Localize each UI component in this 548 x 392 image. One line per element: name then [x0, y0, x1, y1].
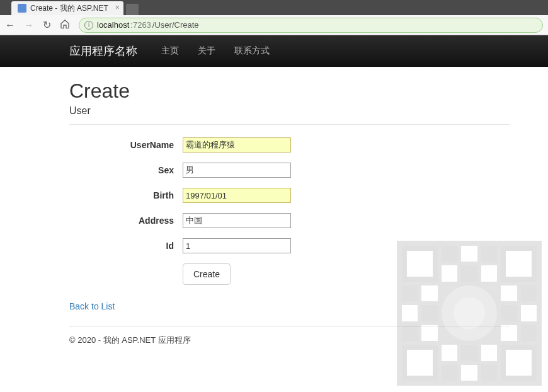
row-sex: Sex	[69, 163, 510, 178]
tab-favicon-icon	[18, 4, 26, 13]
tab-bar: Create - 我的 ASP.NET ×	[0, 0, 548, 15]
app-navbar: 应用程序名称 主页 关于 联系方式	[0, 35, 548, 67]
input-birth[interactable]	[183, 188, 291, 203]
label-username: UserName	[69, 140, 183, 150]
tab-spacer	[0, 0, 11, 15]
address-bar[interactable]: i localhost:7263/User/Create	[79, 18, 543, 33]
url-host: localhost	[97, 20, 129, 30]
page-title: Create	[69, 79, 510, 103]
back-to-list-link[interactable]: Back to List	[69, 301, 115, 311]
brand[interactable]: 应用程序名称	[69, 43, 137, 59]
row-birth: Birth	[69, 188, 510, 203]
label-address: Address	[69, 216, 183, 226]
input-username[interactable]	[183, 137, 291, 153]
url-port: :7263	[130, 20, 151, 30]
nav-link-contact[interactable]: 联系方式	[234, 45, 270, 57]
row-address: Address	[69, 213, 510, 228]
reload-icon[interactable]: ↻	[43, 20, 51, 30]
url-path: /User/Create	[152, 20, 199, 30]
home-icon[interactable]	[60, 19, 70, 31]
label-birth: Birth	[69, 190, 183, 200]
tab-title: Create - 我的 ASP.NET	[30, 3, 108, 14]
browser-chrome: Create - 我的 ASP.NET × ← → ↻ i localhost:…	[0, 0, 548, 35]
nav-link-home[interactable]: 主页	[161, 45, 179, 57]
input-address[interactable]	[183, 213, 291, 228]
label-id: Id	[69, 241, 183, 251]
page-subtitle: User	[69, 105, 510, 117]
divider	[69, 124, 510, 125]
forward-icon: →	[24, 20, 34, 30]
label-sex: Sex	[69, 165, 183, 175]
input-sex[interactable]	[183, 163, 291, 178]
input-id[interactable]	[183, 238, 291, 253]
tab-close-icon[interactable]: ×	[115, 4, 120, 11]
new-tab-button[interactable]	[126, 4, 139, 15]
browser-tab[interactable]: Create - 我的 ASP.NET ×	[11, 1, 123, 15]
row-username: UserName	[69, 137, 510, 153]
qr-watermark-icon	[397, 241, 542, 386]
toolbar: ← → ↻ i localhost:7263/User/Create	[0, 15, 548, 35]
back-icon[interactable]: ←	[5, 20, 15, 30]
nav-link-about[interactable]: 关于	[198, 45, 215, 57]
site-info-icon[interactable]: i	[84, 21, 93, 30]
create-button[interactable]: Create	[183, 263, 231, 285]
